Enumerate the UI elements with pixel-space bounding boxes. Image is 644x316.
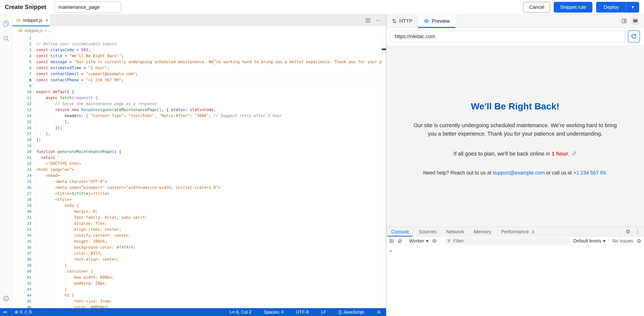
issues-counter[interactable]: No Issues xyxy=(612,238,633,244)
code-line[interactable]: 12 // Serve the maintenance page as a re… xyxy=(12,101,382,107)
settings-gear-icon[interactable]: ⚙ xyxy=(0,294,12,303)
code-line[interactable]: 46 color: #0056b3; xyxy=(12,304,382,308)
code-line[interactable]: 44 h1 { xyxy=(12,292,382,298)
snippet-rule-button[interactable]: Snippet rule xyxy=(554,2,592,13)
code-line[interactable]: 1 xyxy=(12,35,382,41)
code-line[interactable]: 43 } xyxy=(12,286,382,292)
tab-sources[interactable]: Sources xyxy=(414,227,441,236)
code-line[interactable]: 4const title = "We'll Be Right Back!"; xyxy=(12,53,382,59)
more-actions-icon[interactable]: ⋯ xyxy=(376,17,382,24)
console-output[interactable]: › xyxy=(386,245,644,316)
default-levels-dropdown[interactable]: Default levels ▾ xyxy=(573,238,606,244)
split-editor-icon[interactable] xyxy=(365,18,371,23)
code-line[interactable]: 17 }, xyxy=(12,131,382,137)
search-icon[interactable] xyxy=(2,35,10,43)
code-line[interactable]: 22 <!DOCTYPE html> xyxy=(12,161,382,167)
code-area[interactable]: 12// Define your customizable inputs3con… xyxy=(12,35,386,308)
live-expression-eye-icon[interactable] xyxy=(432,238,437,244)
snippet-name-input[interactable] xyxy=(54,2,121,13)
indentation-setting[interactable]: Spaces: 4 xyxy=(264,309,284,315)
language-mode[interactable]: {} JavaScript xyxy=(339,309,364,315)
devtools-menu-icon[interactable]: ⋮ xyxy=(635,228,640,235)
code-line[interactable]: 21 return ` xyxy=(12,155,382,161)
code-line[interactable]: 23<html lang="en"> xyxy=(12,167,382,173)
support-email-link[interactable]: support@example.com xyxy=(493,170,545,176)
tab-memory[interactable]: Memory xyxy=(469,227,496,236)
code-line[interactable]: 7const contactEmail = "support@example.c… xyxy=(12,71,382,77)
code-line[interactable]: 3const statusCode = 503; xyxy=(12,47,382,53)
code-line[interactable]: 38 text-align: center; xyxy=(12,256,382,262)
tab-preview[interactable]: Preview xyxy=(418,15,456,28)
code-line[interactable]: 27 <title>${title}</title> xyxy=(12,191,382,196)
tab-snippet-js[interactable]: JS snippet.js × xyxy=(12,15,50,26)
code-line[interactable]: 2// Define your customizable inputs xyxy=(12,41,382,47)
preview-url-input[interactable] xyxy=(390,31,625,42)
phone-link[interactable]: +1 234 567 89 xyxy=(573,170,606,176)
code-line[interactable]: 13 return new Response(generateMaintenan… xyxy=(12,107,382,113)
filter-input[interactable] xyxy=(454,238,567,244)
code-line[interactable]: 11 async fetch(request) { xyxy=(12,95,382,101)
deploy-dropdown-button[interactable]: ▼ xyxy=(626,2,639,13)
deploy-button[interactable]: Deploy xyxy=(596,2,626,13)
breadcrumb-file[interactable]: snippet.js xyxy=(24,28,42,33)
code-line[interactable]: 9 xyxy=(12,83,382,89)
breadcrumb[interactable]: JS snippet.js › … xyxy=(12,26,386,35)
feedback-chat-icon[interactable] xyxy=(632,18,639,25)
cancel-button[interactable]: Cancel xyxy=(523,2,550,13)
console-prompt-chevron[interactable]: › xyxy=(390,248,392,253)
code-line[interactable]: 35 height: 100vh; xyxy=(12,238,382,244)
code-line[interactable]: 5const message = "Our site is currently … xyxy=(12,59,382,65)
clear-console-icon[interactable]: ⊘ xyxy=(398,238,402,244)
console-settings-icon[interactable]: ⚙ xyxy=(636,238,642,244)
console-sidebar-toggle-icon[interactable] xyxy=(389,238,394,244)
code-line[interactable]: 45 font-size: 2rem; xyxy=(12,298,382,304)
code-token xyxy=(36,102,55,106)
minimap-slider[interactable] xyxy=(382,49,386,50)
notifications-bell-icon[interactable] xyxy=(376,310,381,314)
minimap-scrollbar[interactable] xyxy=(382,35,386,308)
context-selector[interactable]: Worker ▾ xyxy=(409,238,428,244)
tab-network[interactable]: Network xyxy=(442,227,469,236)
code-line[interactable]: 32 display: flex; xyxy=(12,220,382,226)
code-line[interactable]: 10export default { xyxy=(12,89,382,95)
docs-book-icon[interactable] xyxy=(621,18,627,24)
code-line[interactable]: 15 }, xyxy=(12,119,382,125)
code-line[interactable]: 33 align-items: center; xyxy=(12,226,382,232)
files-icon[interactable] xyxy=(2,20,10,28)
code-line[interactable]: 24 <head> xyxy=(12,173,382,179)
code-line[interactable]: 36 background-color: #f4f4f4; xyxy=(12,244,382,250)
code-line[interactable]: 20function generateMaintenancePage() { xyxy=(12,149,382,155)
code-line[interactable]: 37 color: #333; xyxy=(12,250,382,256)
tab-http[interactable]: ⇅ HTTP xyxy=(386,15,418,28)
code-line[interactable]: 28 <style> xyxy=(12,196,382,202)
code-line[interactable]: 42 padding: 20px; xyxy=(12,280,382,286)
code-line[interactable]: 14 headers: { "Content-Type": "text/html… xyxy=(12,113,382,119)
close-tab-icon[interactable]: × xyxy=(46,18,48,23)
code-line[interactable]: 18}; xyxy=(12,137,382,143)
problems-indicator[interactable]: ⊗ 0 ⚠ 0 xyxy=(15,309,32,315)
code-line[interactable]: 34 justify-content: center; xyxy=(12,232,382,238)
code-line[interactable]: 41 max-width: 600px; xyxy=(12,274,382,280)
remote-indicator-icon[interactable]: >< xyxy=(0,308,10,316)
code-line[interactable]: 8const contactPhone = "+1 234 567 89"; xyxy=(12,77,382,83)
refresh-button[interactable] xyxy=(628,31,640,43)
code-line[interactable]: 19 xyxy=(12,143,382,149)
code-line[interactable]: 39 } xyxy=(12,262,382,268)
breadcrumb-more[interactable]: … xyxy=(48,28,52,33)
code-line[interactable]: 26 <meta name="viewport" content="width=… xyxy=(12,185,382,191)
console-filter[interactable] xyxy=(444,238,570,244)
code-line[interactable]: 31 font-family: Arial, sans-serif; xyxy=(12,214,382,220)
code-line[interactable]: 6const estimatedTime = "1 hour"; xyxy=(12,65,382,71)
code-line[interactable]: 30 margin: 0; xyxy=(12,208,382,214)
devtools-settings-icon[interactable]: ⚙ xyxy=(626,228,630,235)
tab-performance[interactable]: Performance xyxy=(496,227,540,236)
code-line[interactable]: 40 .container { xyxy=(12,268,382,274)
cursor-position[interactable]: Ln 8, Col 2 xyxy=(230,309,251,315)
encoding-setting[interactable]: UTF-8 xyxy=(296,309,309,315)
code-line[interactable]: 25 <meta charset="UTF-8"> xyxy=(12,179,382,185)
code-lines[interactable]: 12// Define your customizable inputs3con… xyxy=(12,35,382,308)
code-line[interactable]: 29 body { xyxy=(12,202,382,208)
tab-console[interactable]: Console xyxy=(386,227,414,236)
code-line[interactable]: 16 }); xyxy=(12,125,382,131)
eol-setting[interactable]: LF xyxy=(321,309,326,315)
